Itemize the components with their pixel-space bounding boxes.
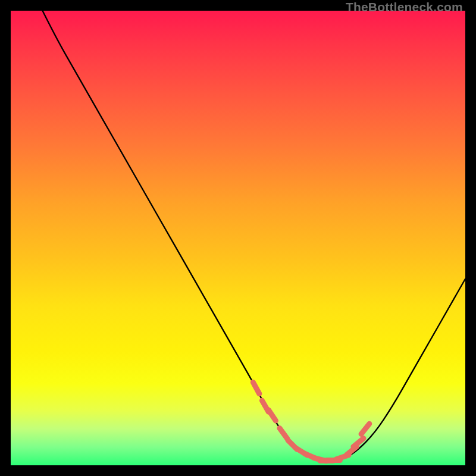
trough-marker [253,382,259,393]
trough-marker-group [253,382,369,461]
chart-svg [11,11,465,465]
trough-marker [280,428,287,439]
chart-plot-area [11,11,465,465]
bottleneck-curve [42,11,465,461]
watermark-text: TheBottleneck.com [346,0,463,14]
trough-marker [361,424,369,434]
trough-marker [268,410,275,421]
